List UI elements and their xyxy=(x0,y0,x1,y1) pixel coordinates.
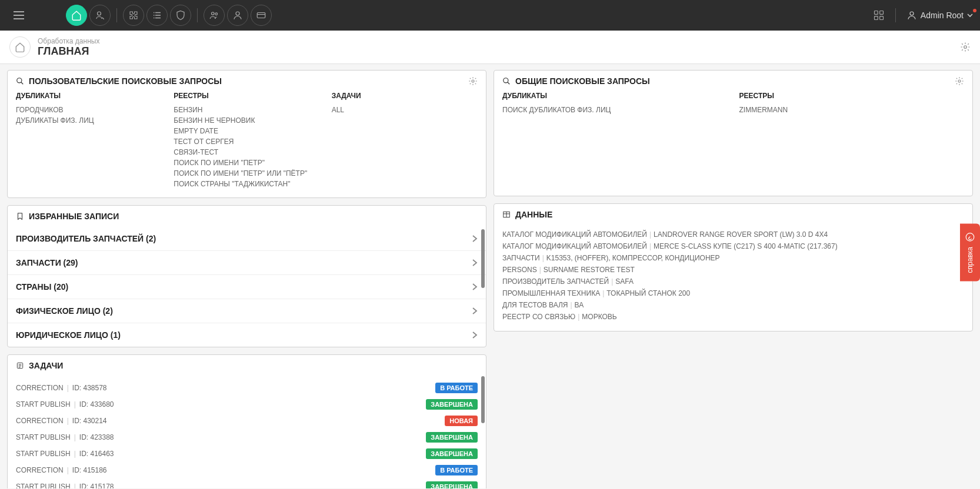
data-value: SURNAME RESTORE TEST xyxy=(544,266,635,274)
svg-point-14 xyxy=(504,78,508,83)
task-row[interactable]: START PUBLISH|ID: 416463ЗАВЕРШЕНА xyxy=(16,446,478,462)
query-item[interactable]: БЕНЗИН xyxy=(174,105,319,115)
chevron-down-icon xyxy=(967,12,973,18)
data-list: КАТАЛОГ МОДИФИКАЦИЙ АВТОМОБИЛЕЙ|LANDROVE… xyxy=(494,225,972,331)
task-row[interactable]: CORRECTION|ID: 415186В РАБОТЕ xyxy=(16,462,478,478)
titlebar-settings-button[interactable] xyxy=(960,42,971,52)
svg-point-9 xyxy=(910,12,914,15)
card-title: ДАННЫЕ xyxy=(515,210,552,219)
query-item[interactable]: EMPTY DATE xyxy=(174,126,319,136)
query-list: БЕНЗИНБЕНЗИН НЕ ЧЕРНОВИКEMPTY DATEТЕСТ О… xyxy=(174,105,319,189)
task-type: CORRECTION xyxy=(16,466,64,474)
title-text-block: Обработка данных ГЛАВНАЯ xyxy=(38,37,99,58)
data-row[interactable]: РЕЕСТР СО СВЯЗЬЮ|МОРКОВЬ xyxy=(502,311,964,323)
data-value: МОРКОВЬ xyxy=(582,313,616,321)
task-row[interactable]: CORRECTION|ID: 438578В РАБОТЕ xyxy=(16,380,478,396)
app-switcher-button[interactable] xyxy=(873,9,885,21)
column-head: РЕЕСТРЫ xyxy=(739,92,965,100)
query-item[interactable]: ALL xyxy=(332,105,478,115)
data-row[interactable]: КАТАЛОГ МОДИФИКАЦИЙ АВТОМОБИЛЕЙ|MERCE S-… xyxy=(502,240,964,252)
card-body: ДУБЛИКАТЫ ГОРОДЧИКОВДУБЛИКАТЫ ФИЗ. ЛИЦ Р… xyxy=(8,92,486,197)
query-item[interactable]: ПОИСК ДУБЛИКАТОВ ФИЗ. ЛИЦ xyxy=(502,105,728,115)
task-type: CORRECTION xyxy=(16,417,64,425)
task-row[interactable]: START PUBLISH|ID: 415178ЗАВЕРШЕНА xyxy=(16,478,478,488)
task-row[interactable]: START PUBLISH|ID: 433680ЗАВЕРШЕНА xyxy=(16,396,478,413)
nav-person-button[interactable] xyxy=(227,5,248,26)
user-menu-button[interactable]: Admin Root xyxy=(906,10,973,21)
list-icon xyxy=(152,10,162,21)
favorites-list: ПРОИЗВОДИТЕЛЬ ЗАПЧАСТЕЙ (2)ЗАПЧАСТИ (29)… xyxy=(8,227,486,347)
separator: | xyxy=(602,289,604,297)
nav-users-button[interactable] xyxy=(204,5,225,26)
card-body: ДУБЛИКАТЫ ПОИСК ДУБЛИКАТОВ ФИЗ. ЛИЦ РЕЕС… xyxy=(494,92,972,123)
svg-point-12 xyxy=(472,80,474,82)
svg-point-2 xyxy=(215,13,218,15)
status-badge: В РАБОТЕ xyxy=(435,465,478,475)
nav-search-button[interactable] xyxy=(89,5,111,26)
users-icon xyxy=(209,10,219,21)
favorites-card: ИЗБРАННЫЕ ЗАПИСИ ПРОИЗВОДИТЕЛЬ ЗАПЧАСТЕЙ… xyxy=(7,205,486,347)
nav-separator xyxy=(116,8,117,22)
separator: | xyxy=(67,466,69,474)
favorites-label: ЮРИДИЧЕСКОЕ ЛИЦО (1) xyxy=(16,330,121,340)
topbar-right: Admin Root xyxy=(873,8,973,22)
favorites-row[interactable]: СТРАНЫ (20) xyxy=(8,275,486,299)
help-label: справка xyxy=(966,247,974,273)
task-row[interactable]: CORRECTION|ID: 430214НОВАЯ xyxy=(16,413,478,429)
nav-list-button[interactable] xyxy=(146,5,168,26)
query-item[interactable]: ПОИСК СТРАНЫ "ТАДЖИКИСТАН" xyxy=(174,179,319,189)
card-settings-button[interactable] xyxy=(955,76,964,86)
separator: | xyxy=(542,254,544,262)
favorites-row[interactable]: ПРОИЗВОДИТЕЛЬ ЗАПЧАСТЕЙ (2) xyxy=(8,227,486,251)
chevron-right-icon xyxy=(472,259,478,267)
favorites-row[interactable]: ЮРИДИЧЕСКОЕ ЛИЦО (1) xyxy=(8,323,486,347)
query-list: ГОРОДЧИКОВДУБЛИКАТЫ ФИЗ. ЛИЦ xyxy=(16,105,162,126)
task-type: START PUBLISH xyxy=(16,450,71,458)
favorites-row[interactable]: ЗАПЧАСТИ (29) xyxy=(8,251,486,275)
hamburger-button[interactable] xyxy=(7,4,31,27)
nav-puzzle-button[interactable] xyxy=(123,5,144,26)
query-item[interactable]: ГОРОДЧИКОВ xyxy=(16,105,162,115)
data-row[interactable]: ПРОМЫШЛЕННАЯ ТЕХНИКА|ТОКАРНЫЙ СТАНОК 200 xyxy=(502,287,964,299)
data-row[interactable]: PERSONS|SURNAME RESTORE TEST xyxy=(502,264,964,276)
svg-point-0 xyxy=(98,12,101,15)
svg-point-15 xyxy=(958,80,961,82)
svg-point-10 xyxy=(964,46,967,49)
common-queries-card: ОБЩИЕ ПОИСКОВЫЕ ЗАПРОСЫ ДУБЛИКАТЫ ПОИСК … xyxy=(494,70,973,196)
data-row[interactable]: ДЛЯ ТЕСТОВ ВАЛЯ|ВА xyxy=(502,299,964,311)
query-list: ПОИСК ДУБЛИКАТОВ ФИЗ. ЛИЦ xyxy=(502,105,728,115)
user-icon xyxy=(906,10,917,21)
help-tab-button[interactable]: справка xyxy=(960,223,980,281)
query-item[interactable]: ПОИСК ПО ИМЕНИ "ПЕТР" ИЛИ "ПЁТР" xyxy=(174,168,319,179)
scrollbar[interactable] xyxy=(481,229,485,288)
separator: | xyxy=(578,313,579,321)
card-settings-button[interactable] xyxy=(468,76,478,86)
query-item[interactable]: БЕНЗИН НЕ ЧЕРНОВИК xyxy=(174,115,319,126)
nav-card-button[interactable] xyxy=(251,5,272,26)
nav-separator xyxy=(895,8,896,22)
data-row[interactable]: ЗАПЧАСТИ|K15353, (HOFFER), КОМПРЕССОР, К… xyxy=(502,252,964,264)
query-item[interactable]: ПОИСК ПО ИМЕНИ "ПЕТР" xyxy=(174,158,319,168)
scrollbar[interactable] xyxy=(481,376,485,423)
nav-shield-button[interactable] xyxy=(170,5,191,26)
card-header: ПОЛЬЗОВАТЕЛЬСКИЕ ПОИСКОВЫЕ ЗАПРОСЫ xyxy=(8,71,486,92)
data-value: ТОКАРНЫЙ СТАНОК 200 xyxy=(606,289,690,297)
puzzle-icon xyxy=(128,10,139,21)
nav-home-button[interactable] xyxy=(66,5,87,26)
shield-icon xyxy=(175,10,186,21)
registries-column: РЕЕСТРЫ ZIMMERMANN xyxy=(739,92,965,115)
svg-rect-5 xyxy=(874,11,878,15)
query-item[interactable]: ZIMMERMANN xyxy=(739,105,965,115)
titlebar: Обработка данных ГЛАВНАЯ xyxy=(0,31,980,64)
query-item[interactable]: ДУБЛИКАТЫ ФИЗ. ЛИЦ xyxy=(16,115,162,126)
query-item[interactable]: ТЕСТ ОТ СЕРГЕЯ xyxy=(174,136,319,147)
table-icon xyxy=(502,210,511,219)
separator: | xyxy=(649,230,651,239)
separator: | xyxy=(539,266,541,274)
data-row[interactable]: ПРОИЗВОДИТЕЛЬ ЗАПЧАСТЕЙ|SAFA xyxy=(502,276,964,287)
grid-icon xyxy=(873,9,885,21)
query-item[interactable]: СВЯЗИ-ТЕСТ xyxy=(174,147,319,158)
task-row[interactable]: START PUBLISH|ID: 423388ЗАВЕРШЕНА xyxy=(16,429,478,446)
favorites-row[interactable]: ФИЗИЧЕСКОЕ ЛИЦО (2) xyxy=(8,299,486,323)
data-row[interactable]: КАТАЛОГ МОДИФИКАЦИЙ АВТОМОБИЛЕЙ|LANDROVE… xyxy=(502,229,964,240)
